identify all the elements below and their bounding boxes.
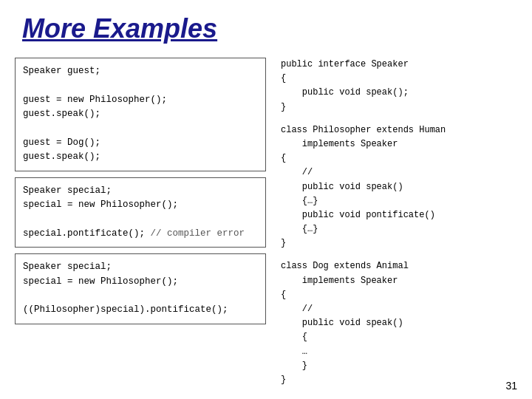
code-box-1-spacer2 [23, 122, 258, 136]
code-box-1b-line2: guest.speak(); [23, 150, 258, 164]
page-number: 31 [505, 380, 517, 392]
code-box-2-line3: special.pontificate(); // compiler error [23, 227, 258, 241]
code-box-3-line1: Speaker special; [23, 260, 258, 274]
page-title: More Examples [22, 13, 532, 44]
code-box-1-line1: Speaker guest; [23, 64, 258, 78]
code-box-3: Speaker special; special = new Philosoph… [15, 253, 266, 324]
pontificate-error-line: special.pontificate(); [23, 228, 151, 239]
code-box-2: Speaker special; special = new Philosoph… [15, 177, 266, 248]
right-code-block2: class Philosopher extends Human implemen… [281, 123, 517, 251]
code-box-1-line3: guest.speak(); [23, 107, 258, 121]
code-box-3-line2: special = new Philosopher(); [23, 275, 258, 289]
code-box-1: Speaker guest; guest = new Philosopher()… [15, 58, 266, 171]
right-code-block3: class Dog extends Animal implements Spea… [281, 259, 517, 387]
right-code-block1: public interface Speaker { public void s… [281, 58, 517, 115]
code-box-1-line2: guest = new Philosopher(); [23, 93, 258, 107]
compiler-error-comment: // compiler error [151, 228, 245, 239]
code-box-2-line2: special = new Philosopher(); [23, 198, 258, 212]
code-box-1-spacer [23, 78, 258, 92]
code-box-2-spacer [23, 212, 258, 226]
code-box-1b-line1: guest = Dog(); [23, 136, 258, 150]
code-box-3-line3: ((Philosopher)special).pontificate(); [23, 303, 258, 317]
left-panel: Speaker guest; guest = new Philosopher()… [15, 58, 266, 387]
code-box-3-spacer [23, 289, 258, 303]
right-panel: public interface Speaker { public void s… [266, 58, 517, 387]
code-box-2-line1: Speaker special; [23, 184, 258, 198]
